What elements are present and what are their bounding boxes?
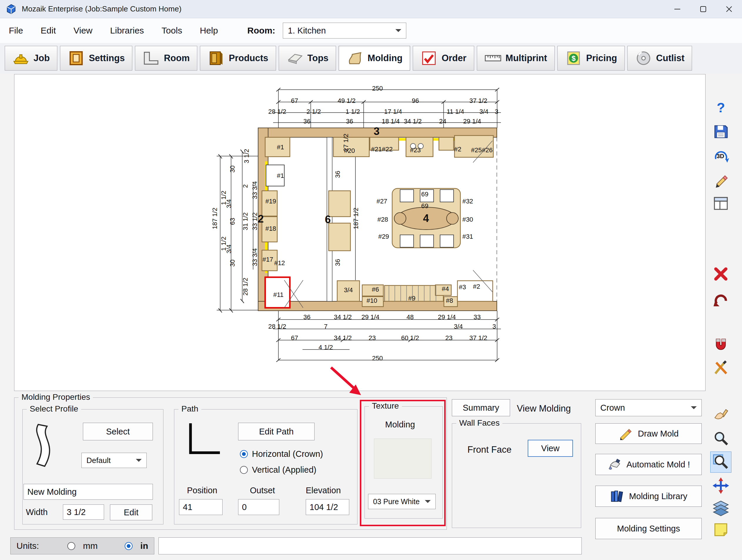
minimize-icon (674, 5, 681, 13)
unit-in-radio[interactable] (125, 542, 132, 550)
select-profile-title: Select Profile (27, 404, 81, 413)
menu-tools[interactable]: Tools (153, 18, 191, 43)
floorplan-label: 37 1/2 (469, 98, 487, 104)
radio-selected-icon (240, 450, 248, 458)
room-select[interactable]: 1. Kitchen (283, 23, 406, 39)
menu-help[interactable]: Help (191, 18, 227, 43)
room-label: Room: (247, 25, 275, 36)
tab-cutlist[interactable]: Cutlist (627, 46, 692, 70)
tab-tops[interactable]: Tops (279, 46, 336, 70)
texture-highlight-annotation (360, 400, 446, 526)
floorplan-label: 3/4 (344, 287, 353, 293)
tab-order[interactable]: Order (413, 46, 474, 70)
magnifier-select-icon (712, 454, 729, 470)
elevation-label: Elevation (306, 486, 341, 495)
floorplan-label: #25#26 (471, 147, 492, 154)
paint-bucket-icon (607, 458, 622, 471)
molding-type-select[interactable]: Crown (595, 399, 702, 416)
tab-label: Molding (367, 53, 403, 63)
outset-input[interactable] (238, 499, 279, 515)
floorplan-label: #12 (274, 260, 285, 266)
floorplan-label: 34 1/2 (334, 335, 352, 341)
molding-library-button[interactable]: Molding Library (595, 486, 702, 507)
menu-edit[interactable]: Edit (32, 18, 65, 43)
floorplan-label: #21#22 (371, 146, 392, 153)
magnifier-icon (712, 430, 729, 447)
floorplan-label: #18 (265, 225, 276, 232)
tab-label: Room (164, 53, 190, 63)
draw-mold-button[interactable]: Draw Mold (595, 423, 702, 444)
unit-mm-label: mm (83, 541, 98, 551)
floorplan-label: #28 (377, 216, 388, 223)
molding-settings-button[interactable]: Molding Settings (595, 518, 702, 539)
profile-select[interactable]: Default (82, 453, 147, 468)
menu-file[interactable]: File (0, 18, 32, 43)
width-input[interactable] (63, 504, 104, 520)
elevation-input[interactable] (306, 499, 349, 515)
help-icon: ? (717, 100, 725, 116)
floorplan-label: 3/4 (454, 323, 463, 330)
edit-width-button[interactable]: Edit (110, 504, 152, 520)
undo-button[interactable] (710, 287, 731, 309)
pan-move-button[interactable] (710, 475, 731, 496)
close-button[interactable] (716, 0, 742, 18)
tab-label: Order (441, 53, 466, 63)
save-button[interactable] (710, 121, 731, 142)
automatic-mold-button[interactable]: Automatic Mold ! (595, 454, 702, 475)
zoom-button[interactable] (710, 428, 731, 449)
menu-libraries[interactable]: Libraries (101, 18, 153, 43)
draw-erase-button[interactable] (710, 169, 731, 190)
tab-pricing[interactable]: $ Pricing (558, 46, 625, 70)
floorplan-label: #11 (273, 292, 283, 298)
position-input[interactable] (179, 499, 222, 515)
help-button[interactable]: ? (710, 97, 731, 118)
panels-icon (712, 195, 729, 212)
magnet-snap-button[interactable] (710, 334, 731, 355)
tab-job[interactable]: Job (5, 46, 57, 70)
menu-view[interactable]: View (65, 18, 101, 43)
floorplan-label: 36 (303, 314, 310, 321)
summary-button[interactable]: Summary (452, 399, 510, 416)
floorplan-label: 1 1/2 (346, 108, 360, 115)
tab-label: Tops (308, 53, 329, 63)
tools-button[interactable] (710, 357, 731, 379)
profile-select-value: Default (87, 456, 111, 465)
panels-button[interactable] (710, 193, 731, 214)
floorplan-label: 18 1/4 (382, 118, 400, 125)
floorplan-label: 33 3/4 (252, 248, 258, 266)
orientation-vertical-radio[interactable]: Vertical (Applied) (240, 465, 316, 475)
notes-button[interactable] (710, 519, 731, 540)
delete-button[interactable] (710, 263, 731, 285)
position-label: Position (187, 486, 217, 495)
floorplan-label: 28 1/2 (268, 108, 286, 115)
zoom-select-button[interactable] (710, 452, 731, 473)
tab-molding[interactable]: Molding (339, 46, 410, 70)
view-3d-button[interactable]: 3D (710, 145, 731, 166)
molding-name-input[interactable] (23, 484, 153, 500)
floorplan-label: 3 (374, 126, 379, 137)
tab-settings[interactable]: Settings (60, 46, 132, 70)
floorplan-canvas[interactable]: 2506749 1/29637 1/228 1/22 1/21 1/217 1/… (14, 74, 705, 391)
annotate-hand-button[interactable] (710, 402, 731, 423)
unit-mm-radio[interactable] (67, 542, 75, 550)
floorplan-label: 36 (334, 259, 341, 266)
writing-hand-icon (712, 404, 729, 421)
floorplan-label: #32 (463, 198, 473, 205)
layers-button[interactable] (710, 497, 731, 518)
status-message-field[interactable] (158, 537, 582, 554)
select-profile-button[interactable]: Select (83, 423, 153, 440)
tab-products[interactable]: Products (200, 46, 276, 70)
floorplan-label: 96 (412, 98, 419, 104)
maximize-button[interactable] (690, 0, 716, 18)
view-front-face-button[interactable]: View (528, 440, 573, 457)
minimize-button[interactable] (665, 0, 690, 18)
move-arrows-icon (712, 478, 729, 494)
floorplan-label: 187 1/2 (212, 208, 218, 229)
tab-multiprint[interactable]: Multiprint (477, 46, 555, 70)
room-select-value: 1. Kitchen (288, 26, 326, 36)
tab-room[interactable]: Room (135, 46, 197, 70)
floorplan-label: 67 (291, 335, 298, 341)
edit-path-button[interactable]: Edit Path (238, 423, 315, 440)
units-label: Units: (16, 541, 39, 551)
orientation-horizontal-radio[interactable]: Horizontal (Crown) (240, 449, 323, 459)
